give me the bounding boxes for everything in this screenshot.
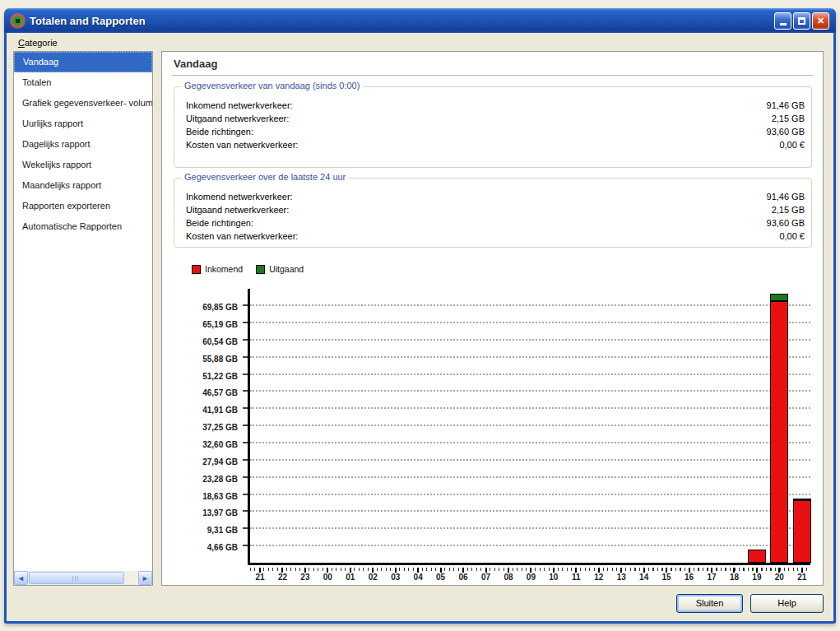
x-axis-tick xyxy=(733,568,735,573)
x-axis-tick xyxy=(666,568,667,573)
x-axis-label: 10 xyxy=(543,573,564,582)
stat-label: Kosten van netwerkverkeer: xyxy=(186,230,298,243)
bar-inkomend-19 xyxy=(748,550,766,563)
x-axis-label: 03 xyxy=(385,573,406,582)
y-axis-label: 41,91 GB xyxy=(165,406,238,415)
x-axis-tick xyxy=(756,568,758,573)
window-title: Totalen and Rapporten xyxy=(30,15,146,27)
x-axis-label: 07 xyxy=(476,573,497,582)
y-axis-tick xyxy=(243,476,248,478)
stat-row: Inkomend netwerkverkeer:91,46 GB xyxy=(186,190,805,203)
stat-value: 93,60 GB xyxy=(767,216,805,230)
stat-value: 2,15 GB xyxy=(772,112,805,125)
gridline xyxy=(250,545,810,546)
chart-plot-area xyxy=(248,289,810,565)
x-axis-tick xyxy=(711,568,712,573)
list-item-4[interactable]: Dagelijks rapport xyxy=(14,134,152,155)
stat-row: Kosten van netwerkverkeer:0,00 € xyxy=(186,138,805,151)
traffic-24h-rows: Inkomend netwerkverkeer:91,46 GBUitgaand… xyxy=(174,179,811,243)
list-item-1[interactable]: Totalen xyxy=(14,72,152,93)
app-icon xyxy=(11,14,25,28)
y-axis-label: 60,54 GB xyxy=(165,337,238,346)
x-axis-tick xyxy=(395,568,397,573)
gridline xyxy=(250,510,810,512)
stat-row: Beide richtingen:93,60 GB xyxy=(186,125,805,138)
client-area: Categorie VandaagTotalenGrafiek gegevens… xyxy=(7,33,833,621)
categorie-menu[interactable]: Categorie xyxy=(15,37,61,49)
y-axis-label: 51,22 GB xyxy=(165,372,238,381)
group-title: Gegevensverkeer over de laatste 24 uur xyxy=(181,172,349,182)
stat-row: Inkomend netwerkverkeer:91,46 GB xyxy=(186,99,805,112)
x-axis-label: 13 xyxy=(610,573,632,582)
list-item-7[interactable]: Rapporten exporteren xyxy=(14,196,152,216)
stat-label: Uitgaand netwerkverkeer: xyxy=(186,112,289,125)
list-item-2[interactable]: Grafiek gegevensverkeer- volume xyxy=(14,93,152,114)
y-axis-tick xyxy=(243,304,248,306)
legend-entry-uitgaand: Uitgaand xyxy=(256,264,304,274)
x-axis-tick xyxy=(575,568,577,573)
y-axis-label: 13,97 GB xyxy=(165,508,238,517)
gridline xyxy=(250,494,810,495)
help-button[interactable]: Help xyxy=(750,594,824,613)
x-axis-tick xyxy=(643,568,645,573)
x-axis-tick xyxy=(598,568,600,573)
close-icon: ✕ xyxy=(817,16,824,26)
traffic-today-group: Gegevensverkeer van vandaag (sinds 0:00)… xyxy=(174,86,812,168)
x-axis-label: 20 xyxy=(768,573,790,582)
stat-value: 91,46 GB xyxy=(767,99,805,112)
x-axis-tick xyxy=(508,568,509,573)
y-axis-tick xyxy=(243,545,248,546)
y-axis-label: 4,66 GB xyxy=(165,543,238,552)
scroll-thumb[interactable] xyxy=(29,572,124,584)
legend-entry-inkomend: Inkomend xyxy=(192,264,243,274)
x-axis-tick xyxy=(350,568,351,573)
stat-row: Beide richtingen:93,60 GB xyxy=(186,216,805,230)
gridline xyxy=(250,459,810,461)
traffic-24h-group: Gegevensverkeer over de laatste 24 uur I… xyxy=(174,178,812,248)
stat-value: 2,15 GB xyxy=(772,203,805,216)
title-bar[interactable]: Totalen and Rapporten ✕ xyxy=(4,8,836,33)
y-axis-tick xyxy=(243,527,248,529)
chart-legend: Inkomend Uitgaand xyxy=(192,264,304,274)
y-axis-label: 69,85 GB xyxy=(165,303,238,312)
x-axis-label: 19 xyxy=(746,573,768,582)
stat-row: Uitgaand netwerkverkeer:2,15 GB xyxy=(186,112,805,125)
content-panel: Vandaag Gegevensverkeer van vandaag (sin… xyxy=(161,51,824,586)
gridline xyxy=(250,442,810,443)
x-axis-label: 23 xyxy=(295,573,316,582)
y-axis-tick xyxy=(243,510,248,512)
list-item-5[interactable]: Wekelijks rapport xyxy=(14,155,152,175)
legend-label-inkomend: Inkomend xyxy=(205,264,243,274)
gridline xyxy=(250,390,810,392)
list-item-0[interactable]: Vandaag xyxy=(14,52,152,72)
stat-label: Kosten van netwerkverkeer: xyxy=(186,138,298,151)
bar-inkomend-20 xyxy=(770,301,788,563)
scroll-left-button[interactable]: ◄ xyxy=(14,571,28,585)
y-axis-label: 23,28 GB xyxy=(165,475,238,484)
x-axis-label: 06 xyxy=(452,573,474,582)
x-axis-tick xyxy=(440,568,442,573)
legend-label-uitgaand: Uitgaand xyxy=(269,264,304,274)
x-axis-label: 14 xyxy=(633,573,655,582)
page-title: Vandaag xyxy=(174,58,217,70)
y-axis-tick xyxy=(243,322,248,323)
y-axis-tick xyxy=(243,459,248,461)
gridline xyxy=(250,373,810,375)
gridline xyxy=(250,476,810,478)
sluiten-button[interactable]: Sluiten xyxy=(676,594,743,613)
scroll-right-button[interactable]: ► xyxy=(138,571,152,585)
x-axis-label: 21 xyxy=(791,573,813,582)
x-axis-tick xyxy=(778,568,780,573)
list-item-6[interactable]: Maandelijks rapport xyxy=(14,175,152,196)
close-button[interactable]: ✕ xyxy=(812,12,829,30)
h-scrollbar[interactable]: ◄ ► xyxy=(14,571,152,585)
bar-uitgaand-21 xyxy=(793,499,811,500)
category-list[interactable]: VandaagTotalenGrafiek gegevensverkeer- v… xyxy=(13,51,153,586)
stat-value: 0,00 € xyxy=(779,138,805,151)
x-axis-label: 21 xyxy=(249,573,271,582)
list-item-8[interactable]: Automatische Rapporten xyxy=(14,216,152,237)
stat-row: Uitgaand netwerkverkeer:2,15 GB xyxy=(186,203,805,216)
list-item-3[interactable]: Uurlijks rapport xyxy=(14,114,152,134)
maximize-button[interactable] xyxy=(793,12,810,30)
minimize-button[interactable] xyxy=(774,12,791,30)
